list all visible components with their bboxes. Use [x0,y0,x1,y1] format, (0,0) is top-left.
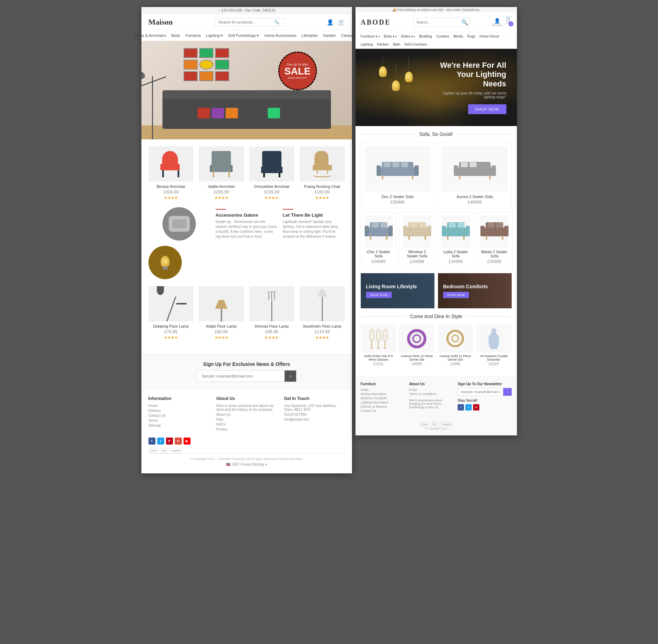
abode-search-icon[interactable]: 🔍 [461,19,468,26]
newsletter-input[interactable] [197,370,285,382]
abode-search-bar[interactable]: 🔍 [413,18,470,27]
abode-pi-icon[interactable]: P [473,404,479,410]
lamp-img-4[interactable] [300,286,345,321]
nav-kitchen[interactable]: Kitchen [377,42,389,46]
abode-search-input[interactable] [417,20,461,24]
abode-footer-bedroom[interactable]: Bedroom Furniture [361,396,404,400]
sofa-card-winslow[interactable]: Winslow 2 Seater Sofa £34999 [399,212,435,268]
accessories-feature [148,207,211,241]
nav-sofas[interactable]: Sofas & Armchairs [134,33,166,38]
hero-sofa [162,97,331,129]
chair-img-3[interactable] [249,146,294,182]
account-icon[interactable]: 👤 [327,19,334,26]
nav-lighting[interactable]: Lighting ▾ [206,33,223,38]
bulb-circle[interactable] [148,246,182,279]
chair-img-2[interactable] [199,146,244,182]
footer-privacy[interactable]: Privacy [216,427,277,431]
sofa-card-zinc[interactable]: Zinc 2 Seater Sofa £56999 [361,142,434,209]
pinterest-icon[interactable]: P [166,438,173,445]
youtube-icon[interactable]: ▶ [184,438,191,445]
footer-faq[interactable]: FAQ's [216,422,277,426]
accessories-circle[interactable] [162,207,196,241]
nav-bath[interactable]: Bath [393,42,400,46]
nav-furniture[interactable]: Furniture ▾ [361,34,380,38]
maison-search-bar[interactable]: 🔍 [214,18,285,26]
sofa-card-aurora[interactable]: Aurora 2 Seater Sofa £49999 [438,142,512,209]
facebook-icon[interactable]: f [148,438,155,445]
dining-card-decanter[interactable]: All Seasons Crystal Decanter £5419 [476,324,512,366]
nav-soft[interactable]: Soft Furnishings ▾ [228,33,259,38]
chair-name-1: Benarp Armchair [148,184,194,189]
footer-help[interactable]: Help [216,418,277,421]
nav-beds[interactable]: Beds [171,33,180,38]
lamp-img-3[interactable] [249,286,294,321]
sofa-card-chic[interactable]: Chic 2 Seater Sofa £44999 [361,212,397,268]
abode-footer-contact[interactable]: Contact Us [361,409,404,413]
footer-email[interactable]: info@email.com [284,418,345,421]
abode-footer-faq[interactable]: FAQs [409,388,452,392]
nav-kids[interactable]: Kid's Furniture [404,42,427,46]
sofa-card-lydia[interactable]: Lydia 2 Seater Sofa £34999 [438,212,474,268]
footer-home[interactable]: Home [148,404,209,408]
account-icon-group[interactable]: 👤 Account [492,18,502,27]
lamp-card-2: Klabb Floor Lamp £80.99 ★★★★ [199,286,244,340]
nav-lighting[interactable]: Lighting [361,42,373,46]
dining-card-gold[interactable]: Avenue Gold 12 Piece Dinner Set £4999 [438,324,473,366]
living-room-text: Living Room Lifestyle Shop Now [366,284,417,298]
footer-about-us[interactable]: About Us [216,413,277,416]
lamp-img-1[interactable] [148,286,194,321]
abode-footer-title1: Furniture [361,382,404,386]
chair-img-1[interactable] [148,146,194,182]
nav-blinds[interactable]: Blinds [453,34,463,38]
nav-garden[interactable]: Garden [323,33,336,38]
newsletter-section: Sign Up For Exclusive News & Offers › [141,354,352,389]
abode-footer-lighting-info[interactable]: Lighting Information [361,401,404,404]
search-icon[interactable]: 🔍 [274,20,279,25]
abode-footer-dining[interactable]: Dining Information [361,392,404,396]
currency-selector[interactable]: 🇬🇧 GBP: Pound Sterling ▾ [148,462,345,466]
newsletter-submit[interactable]: › [285,370,296,382]
nav-furniture[interactable]: Furniture [185,33,201,38]
bedroom-shop-button[interactable]: Shop Now [443,292,469,298]
footer-phone[interactable]: 01234 567890 [284,413,345,416]
footer-bottom: © Copyright 2011 - 2018 Elm Systems Ltd … [148,453,345,466]
cart-icon[interactable]: 🛒 [338,19,345,26]
googleplus-icon[interactable]: G [175,438,182,445]
footer-info: Information Home Delivery Contact Us Ter… [148,396,209,432]
sofa-card-maido[interactable]: Maido 2 Seater Sofa £29999 [477,212,512,268]
footer-delivery[interactable]: Delivery [148,409,209,413]
nav-beds[interactable]: Beds ▾ [384,34,397,38]
hero-tagline: "Lighten up your life today, with our ho… [439,91,506,99]
nav-lifestyles[interactable]: Lifestyles [302,33,318,38]
nav-bedding[interactable]: Bedding [419,34,432,38]
hero-shop-now-button[interactable]: Shop Now [468,104,506,114]
sofa-img-lydia [442,216,470,248]
maison-search-input[interactable] [218,20,274,24]
nav-curtains[interactable]: Curtains [436,34,449,38]
abode-newsletter-input[interactable] [458,388,503,396]
abode-newsletter-submit[interactable]: › [503,388,511,396]
nav-home-acc[interactable]: Home Accessories [264,33,296,38]
twitter-icon[interactable]: t [157,438,164,445]
footer-info-title: Information [148,396,209,401]
abode-footer-sofas[interactable]: Sofas [361,388,404,392]
abode-footer-delivery[interactable]: Delivery & Returns [361,405,404,408]
chair-price-3: £199.99 [249,190,294,195]
nav-rugs[interactable]: Rugs [467,34,475,38]
footer-terms[interactable]: Terms [148,419,209,422]
dining-card-wine[interactable]: Gold Ombre Set of 5 Wine Glasses £2419 [361,324,397,366]
abode-tw-icon[interactable]: t [465,404,472,410]
lamp-img-2[interactable] [199,286,244,321]
living-room-shop-button[interactable]: Shop Now [366,292,392,298]
nav-sofas[interactable]: Sofas ▾ [401,34,415,38]
cart-icon-group[interactable]: 🛒 Cart 0 [506,15,512,29]
abode-fb-icon[interactable]: f [458,404,464,410]
footer-contact[interactable]: Contact Us [148,414,209,418]
chair-img-4[interactable] [300,146,345,182]
dining-card-plum[interactable]: Avenue Plum 12 Piece Dinner Set £4999 [399,324,435,366]
sofa-img-zinc [365,146,431,192]
footer-sitemap[interactable]: Sitemap [148,423,209,427]
chair-price-2: £299.99 [199,190,244,195]
abode-footer-terms[interactable]: Terms & Conditions [409,392,452,396]
nav-home-decor[interactable]: Home Decor [480,34,499,38]
